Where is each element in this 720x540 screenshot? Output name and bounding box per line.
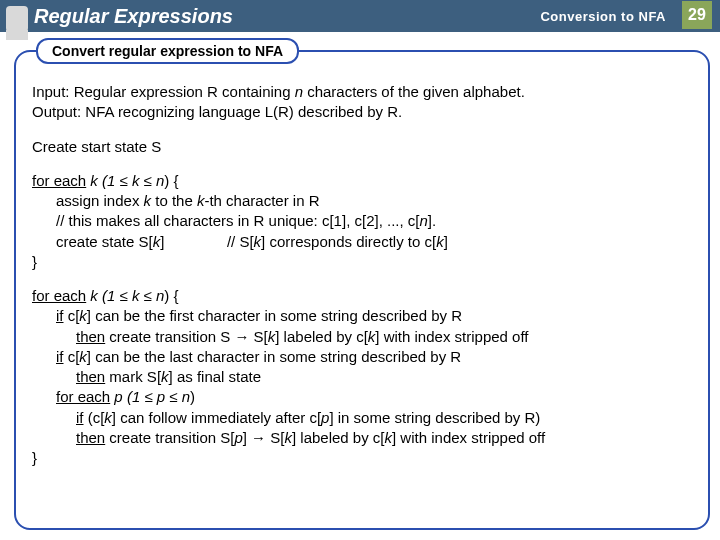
intro-block: Input: Regular expression R containing n… bbox=[32, 82, 692, 123]
loop2-block: for each k (1 ≤ k ≤ n) { if c[k] can be … bbox=[32, 286, 692, 468]
slide-subtitle-wrap: Conversion to NFA bbox=[540, 9, 676, 24]
slide-title: Regular Expressions bbox=[34, 5, 540, 28]
loop2-line5: for each p (1 ≤ p ≤ n) bbox=[32, 387, 692, 407]
slide-header: Regular Expressions Conversion to NFA 29 bbox=[0, 0, 720, 32]
loop2-line2: then create transition S → S[k] labeled … bbox=[32, 327, 692, 347]
slide-subtitle: Conversion to NFA bbox=[540, 9, 666, 24]
create-start-line: Create start state S bbox=[32, 137, 692, 157]
loop1-header: for each k (1 ≤ k ≤ n) { bbox=[32, 171, 692, 191]
loop1-line2: // this makes all characters in R unique… bbox=[32, 211, 692, 231]
loop1-line3: create state S[k] // S[k] corresponds di… bbox=[32, 232, 692, 252]
loop2-line3: if c[k] can be the last character in som… bbox=[32, 347, 692, 367]
loop2-line6: if (c[k] can follow immediately after c[… bbox=[32, 408, 692, 428]
loop2-line1: if c[k] can be the first character in so… bbox=[32, 306, 692, 326]
loop2-close: } bbox=[32, 448, 692, 468]
loop2-line4: then mark S[k] as final state bbox=[32, 367, 692, 387]
header-badge-icon bbox=[6, 6, 28, 32]
loop1-close: } bbox=[32, 252, 692, 272]
body-text: Input: Regular expression R containing n… bbox=[32, 82, 692, 468]
loop2-header: for each k (1 ≤ k ≤ n) { bbox=[32, 286, 692, 306]
content-frame: Convert regular expression to NFA Input:… bbox=[14, 50, 710, 530]
page-number: 29 bbox=[682, 1, 712, 29]
input-line: Input: Regular expression R containing n… bbox=[32, 82, 692, 102]
loop2-line7: then create transition S[p] → S[k] label… bbox=[32, 428, 692, 448]
loop1-block: for each k (1 ≤ k ≤ n) { assign index k … bbox=[32, 171, 692, 272]
loop1-line1: assign index k to the k-th character in … bbox=[32, 191, 692, 211]
output-line: Output: NFA recognizing language L(R) de… bbox=[32, 102, 692, 122]
section-label: Convert regular expression to NFA bbox=[36, 38, 299, 64]
